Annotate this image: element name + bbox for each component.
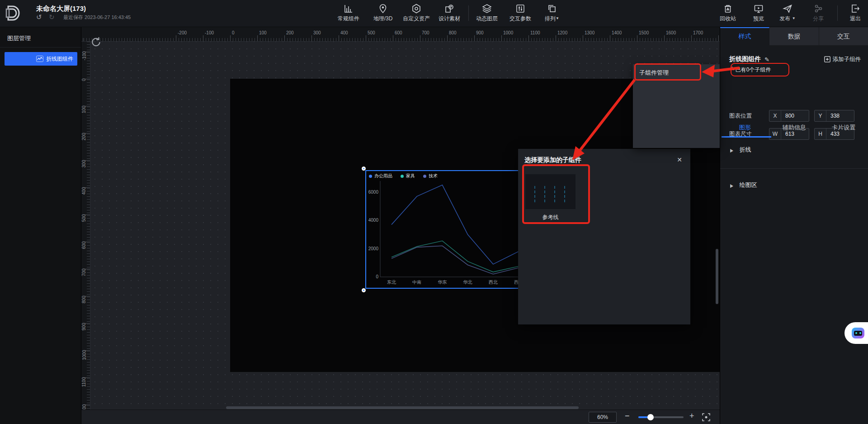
toolbar-recycle-bin[interactable]: 回收站 [712,4,744,23]
exit-icon [850,4,860,14]
svg-text:华东: 华东 [438,280,447,285]
svg-text:4000: 4000 [368,218,379,223]
last-saved-text: 最近保存 2023-06-27 16:43:45 [63,14,131,21]
svg-text:华北: 华北 [463,280,473,285]
toolbar-preview[interactable]: 预览 [742,4,775,23]
fit-screen-icon[interactable] [702,413,711,422]
toolbar-geo-3d[interactable]: 地理/3D [367,4,399,23]
component-name: 折线图组件 [729,55,761,63]
zoom-slider-thumb[interactable] [647,414,654,420]
edit-name-icon[interactable]: ✎ [764,56,769,63]
publish-caret-icon: ▼ [792,16,796,20]
subtab-auxiliary[interactable]: 辅助信息 [769,119,819,137]
add-subcomponent-dialog: 选择要添加的子组件 ✕ 参考线 [518,149,690,324]
dialog-title: 选择要添加的子组件 [524,156,581,164]
toolbar-regular-components[interactable]: 常规组件 [332,4,365,23]
zoom-out-button[interactable]: − [625,411,630,421]
toolbar-custom-assets[interactable]: 自定义资产 [400,4,433,23]
app-logo-icon [5,4,23,23]
svg-text:中南: 中南 [412,280,421,285]
zoom-slider[interactable] [638,416,684,418]
subtab-active-underline [722,136,771,138]
subcomponent-option-label: 参考线 [525,214,576,221]
assistant-robot-button[interactable] [844,322,868,344]
selection-handle-top-left[interactable] [362,167,366,171]
svg-text:6000: 6000 [368,190,379,195]
header: 未命名大屏(173) ↺ ↻ 最近保存 2023-06-27 16:43:45 … [0,0,868,27]
subcomponent-count: └ 已有0个子组件 [730,66,771,74]
toolbar-divider [468,5,469,21]
sidebar-item-label: 折线图组件 [46,55,73,63]
layers-icon [482,4,492,14]
layer-panel-title: 图层管理 [0,27,81,48]
close-icon[interactable]: ✕ [677,156,682,163]
paper-plane-icon [783,4,793,14]
tab-style[interactable]: 样式 [720,27,769,45]
toolbar-dynamic-layers[interactable]: 动态图层 [471,4,503,23]
bar-chart-icon [344,4,354,14]
zoom-level-input[interactable]: 60% [589,412,617,423]
sliders-icon [515,4,525,14]
monitor-icon [754,4,764,14]
share-icon [813,4,823,14]
add-subcomponent-button[interactable]: 添加子组件 [824,56,861,63]
map-pin-icon [378,4,388,14]
panel-tabs: 样式 数据 交互 [720,27,868,45]
vertical-scrollbar[interactable] [716,249,718,304]
arrange-icon [547,4,557,14]
line-chart-component[interactable]: 办公用品家具技术 0200040006000东北中南华东华北西北西南 [365,170,533,289]
page-title: 未命名大屏(173) [36,5,86,13]
svg-text:东北: 东北 [387,280,396,285]
tab-interaction[interactable]: 交互 [819,27,868,45]
subtab-card-settings[interactable]: 卡片设置 [819,119,868,137]
section-plot-area[interactable]: ▶ 绘图区 [730,181,757,189]
arrange-caret-icon: ▼ [556,16,559,20]
design-material-icon [444,4,454,14]
toolbar-share[interactable]: 分享 [802,4,835,23]
add-square-icon [824,56,830,62]
subtab-graphic[interactable]: 图形 [720,119,769,137]
undo-icon[interactable]: ↺ [36,13,42,21]
subcomponent-option-reference-line[interactable]: 参考线 [525,174,580,221]
ruler-vertical: -100010020030040050060070080090010001100… [81,42,90,410]
robot-icon [852,328,864,338]
toolbar-interaction-params[interactable]: 交互参数 [504,4,537,23]
settings-panel: 样式 数据 交互 折线图组件 ✎ 添加子组件 └ 已有0个子组件 图表位置 X8… [720,27,868,424]
tab-data[interactable]: 数据 [769,27,819,45]
section-divider [720,168,868,169]
svg-text:西北: 西北 [489,280,498,285]
ruler-horizontal: -200-10001002003004005006007008009001000… [81,27,720,42]
context-menu: 子组件管理 [633,64,720,148]
menu-item-subcomponent-management[interactable]: 子组件管理 [633,64,720,81]
toolbar-design-assets[interactable]: 设计素材 [433,4,466,23]
sidebar-item-line-chart[interactable]: 折线图组件 [5,52,77,66]
redo-icon[interactable]: ↻ [49,13,55,21]
zoom-in-button[interactable]: + [689,411,694,421]
toolbar-arrange[interactable]: 排列▼ [536,4,568,23]
selection-handle-bottom-left[interactable] [362,288,366,292]
svg-text:0: 0 [376,274,378,279]
line-chart-plot: 0200040006000东北中南华东华北西北西南 [366,171,532,288]
layer-panel: 图层管理 折线图组件 [0,27,81,424]
ruler-reset-icon[interactable] [90,36,102,48]
reference-line-thumbnail [525,174,576,209]
trash-icon [723,4,733,14]
app-root: 未命名大屏(173) ↺ ↻ 最近保存 2023-06-27 16:43:45 … [0,0,868,424]
hexagon-gear-icon [411,4,421,14]
toolbar-exit[interactable]: 退出 [839,4,868,23]
horizontal-scrollbar[interactable] [226,406,579,409]
toolbar-divider [837,5,838,21]
toolbar-publish[interactable]: 发布 ▼ [771,4,804,23]
line-chart-icon [36,56,43,62]
collapse-arrow-icon: ▶ [730,148,733,153]
section-line[interactable]: ▶ 折线 [730,146,751,154]
svg-text:2000: 2000 [368,246,379,251]
collapse-arrow-icon: ▶ [730,183,733,188]
zoom-toolbar: 60% − + [81,410,720,424]
